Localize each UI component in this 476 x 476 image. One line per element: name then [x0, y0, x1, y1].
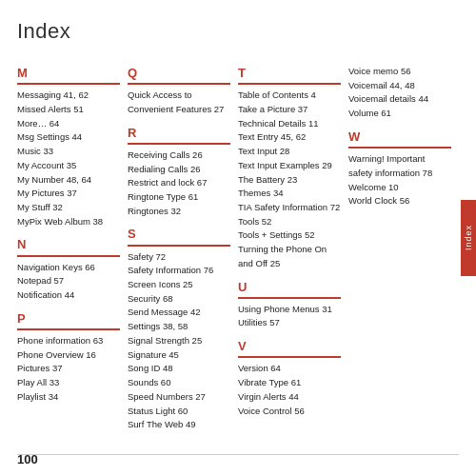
entry-text-entry: Text Entry 45, 62	[238, 130, 341, 145]
entry-tia-safety: TIA Safety Information 72	[238, 201, 341, 215]
entry-playlist: Playlist 34	[17, 390, 120, 405]
entry-ringtone-type: Ringtone Type 61	[128, 190, 230, 205]
section-Q: Q	[128, 65, 230, 85]
entry-song-id: Song ID 48	[128, 362, 230, 376]
entry-mypix: MyPix Web Album 38	[17, 215, 120, 229]
entry-voice-control: Voice Control 56	[238, 405, 341, 419]
entry-technical-details: Technical Details 11	[238, 117, 341, 131]
entry-receiving-calls: Receiving Calls 26	[128, 149, 230, 163]
section-V: V	[238, 338, 341, 358]
section-P: P	[17, 310, 120, 330]
entry-virgin-alerts: Virgin Alerts 44	[238, 390, 341, 405]
entry-settings: Settings 38, 58	[128, 320, 230, 334]
entry-battery: The Battery 23	[238, 173, 341, 188]
entry-safety: Safety 72	[128, 250, 230, 265]
entry-music: Music 33	[17, 145, 120, 159]
section-W: W	[348, 129, 451, 149]
entry-surf-web: Surf The Web 49	[128, 418, 230, 432]
entry-ringtones: Ringtones 32	[128, 205, 230, 219]
entry-more: More… 64	[17, 117, 120, 131]
entry-table-of-contents: Table of Contents 4	[238, 89, 341, 103]
entry-messaging: Messaging 41, 62	[17, 89, 120, 103]
section-N: N	[17, 236, 120, 256]
entry-voicemail: Voicemail 44, 48	[348, 79, 451, 93]
entry-signature: Signature 45	[128, 348, 230, 363]
entry-pictures: Pictures 37	[17, 362, 120, 376]
entry-volume: Volume 61	[348, 107, 451, 121]
entry-status-light: Status Light 60	[128, 405, 230, 419]
section-M: M	[17, 65, 120, 85]
entry-version: Version 64	[238, 362, 341, 376]
entry-using-phone-menus: Using Phone Menus 31	[238, 303, 341, 317]
entry-text-input: Text Input 28	[238, 145, 341, 159]
entry-restrict: Restrict and lock 67	[128, 176, 230, 190]
entry-signal-strength: Signal Strength 25	[128, 334, 230, 348]
entry-safety-info: Safety Information 76	[128, 264, 230, 278]
entry-quick-access: Quick Access to Convenient Features 27	[128, 89, 230, 116]
entry-phone-overview: Phone Overview 16	[17, 348, 120, 363]
entry-warning: Warning! Important safety information 78	[348, 152, 451, 180]
entry-send-message: Send Message 42	[128, 306, 230, 320]
page-title: Index	[17, 19, 459, 44]
entry-redialing: Redialing Calls 26	[128, 163, 230, 177]
entry-security: Security 68	[128, 292, 230, 307]
entry-my-number: My Number 48, 64	[17, 173, 120, 188]
column-2: Q Quick Access to Convenient Features 27…	[128, 57, 238, 432]
entry-missed-alerts: Missed Alerts 51	[17, 103, 120, 117]
index-columns: M Messaging 41, 62 Missed Alerts 51 More…	[17, 57, 459, 432]
entry-my-account: My Account 35	[17, 159, 120, 173]
entry-msg-settings: Msg Settings 44	[17, 130, 120, 145]
entry-voicemail-details: Voicemail details 44	[348, 92, 451, 107]
section-U: U	[238, 279, 341, 299]
index-page: Index M Messaging 41, 62 Missed Alerts 5…	[0, 0, 476, 476]
side-tab: Index	[461, 200, 476, 276]
column-3: T Table of Contents 4 Take a Picture 37 …	[238, 57, 348, 432]
entry-vibrate-type: Vibrate Type 61	[238, 376, 341, 390]
entry-tools: Tools 52	[238, 215, 341, 229]
entry-utilities: Utilities 57	[238, 316, 341, 330]
section-R: R	[128, 125, 230, 145]
entry-tools-settings: Tools + Settings 52	[238, 228, 341, 243]
section-T: T	[238, 65, 341, 85]
entry-world-clock: World Clock 56	[348, 194, 451, 208]
entry-my-pictures: My Pictures 37	[17, 187, 120, 201]
column-4: Voice memo 56 Voicemail 44, 48 Voicemail…	[348, 57, 459, 432]
entry-take-picture: Take a Picture 37	[238, 103, 341, 117]
column-1: M Messaging 41, 62 Missed Alerts 51 More…	[17, 57, 128, 432]
entry-phone-on-off: Turning the Phone On and Off 25	[238, 243, 341, 270]
entry-phone-information: Phone information 63	[17, 334, 120, 348]
entry-themes: Themes 34	[238, 187, 341, 201]
entry-my-stuff: My Stuff 32	[17, 201, 120, 215]
side-tab-label: Index	[464, 225, 473, 250]
entry-navigation-keys: Navigation Keys 66	[17, 261, 120, 275]
entry-voice-memo: Voice memo 56	[348, 65, 451, 79]
page-number: 100	[17, 452, 38, 466]
entry-notepad: Notepad 57	[17, 274, 120, 288]
bottom-divider	[17, 454, 459, 455]
section-S: S	[128, 226, 230, 246]
entry-sounds: Sounds 60	[128, 376, 230, 390]
entry-play-all: Play All 33	[17, 376, 120, 390]
entry-screen-icons: Screen Icons 25	[128, 278, 230, 292]
entry-welcome: Welcome 10	[348, 181, 451, 195]
entry-text-input-examples: Text Input Examples 29	[238, 159, 341, 173]
entry-notification: Notification 44	[17, 288, 120, 303]
entry-speed-numbers: Speed Numbers 27	[128, 390, 230, 405]
